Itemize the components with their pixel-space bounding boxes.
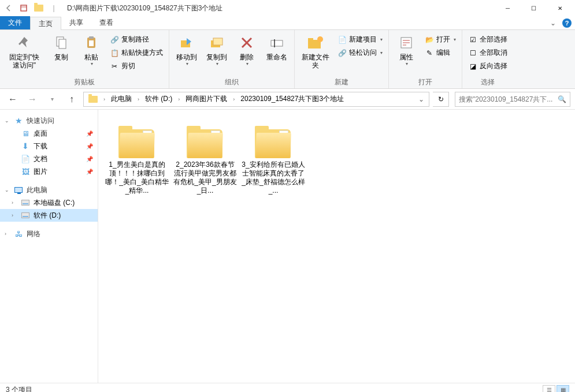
- nav-local-disk-c[interactable]: ›本地磁盘 (C:): [0, 196, 98, 209]
- close-button[interactable]: ✕: [547, 0, 573, 16]
- svg-rect-13: [308, 38, 313, 40]
- nav-pictures[interactable]: 🖼图片📌: [0, 165, 98, 178]
- move-to-button[interactable]: 移动到▾: [173, 31, 201, 69]
- select-all-button[interactable]: ☑全部选择: [466, 33, 510, 46]
- tab-view[interactable]: 查看: [91, 16, 121, 29]
- crumb-folder2[interactable]: 20230109_154827共下图3个地址: [237, 92, 347, 106]
- copy-icon: [52, 33, 71, 52]
- svg-point-14: [317, 36, 323, 42]
- search-icon: 🔍: [558, 95, 566, 103]
- chevron-down-icon: ▾: [186, 61, 188, 66]
- address-dropdown-button[interactable]: ⌄: [415, 95, 428, 103]
- nav-documents[interactable]: 📄文档📌: [0, 152, 98, 165]
- properties-button[interactable]: 属性▾: [392, 31, 420, 69]
- cut-button[interactable]: ✂剪切: [107, 60, 165, 72]
- folder-name: 1_男生美白是真的顶！！！抹哪白到哪！_美白_美白精华_精华...: [105, 160, 169, 195]
- edit-button[interactable]: ✎编辑: [422, 47, 458, 59]
- paste-button[interactable]: 粘贴 ▾: [77, 31, 105, 69]
- copy-button[interactable]: 复制: [47, 31, 75, 64]
- folder-icon: [253, 119, 294, 160]
- copy-to-icon: [207, 33, 226, 52]
- open-icon: 📂: [425, 35, 434, 44]
- maximize-button[interactable]: ☐: [521, 0, 547, 16]
- edit-icon: ✎: [425, 48, 434, 58]
- help-icon: ?: [562, 18, 572, 28]
- chevron-right-icon[interactable]: ›: [101, 96, 107, 102]
- chevron-down-icon: ▾: [380, 37, 383, 42]
- chevron-right-icon[interactable]: ›: [12, 200, 17, 206]
- tab-share[interactable]: 共享: [61, 16, 91, 29]
- crumb-folder1[interactable]: 网商图片下载: [182, 92, 231, 106]
- new-folder-icon: [306, 33, 325, 52]
- minimize-button[interactable]: ─: [495, 0, 521, 16]
- copy-path-button[interactable]: 🔗复制路径: [107, 33, 165, 46]
- paste-shortcut-button[interactable]: 📋粘贴快捷方式: [107, 47, 165, 59]
- nav-desktop[interactable]: 🖥桌面📌: [0, 127, 98, 140]
- nav-forward-button[interactable]: →: [24, 91, 40, 107]
- crumb-this-pc[interactable]: 此电脑: [107, 92, 135, 106]
- file-list[interactable]: 1_男生美白是真的顶！！！抹哪白到哪！_美白_美白精华_精华... 2_2023…: [98, 110, 575, 383]
- nav-this-pc[interactable]: ⌄此电脑: [0, 184, 98, 196]
- copy-to-button[interactable]: 复制到▾: [203, 31, 231, 69]
- folder-item[interactable]: 3_安利给所有已婚人士智能床真的太香了_床垫_舒福德怎么样_...: [242, 119, 305, 195]
- ribbon-expand-button[interactable]: ⌄: [547, 16, 559, 29]
- qat-back-icon[interactable]: [2, 2, 15, 14]
- icons-view-button[interactable]: ▦: [557, 385, 569, 393]
- select-none-button[interactable]: ☐全部取消: [466, 47, 510, 59]
- help-button[interactable]: ?: [559, 16, 575, 29]
- pin-icon: [15, 33, 34, 52]
- nav-up-button[interactable]: ↑: [64, 91, 80, 107]
- search-box[interactable]: 🔍: [455, 92, 570, 107]
- folder-item[interactable]: 1_男生美白是真的顶！！！抹哪白到哪！_美白_美白精华_精华...: [105, 119, 169, 195]
- chevron-right-icon[interactable]: ›: [5, 231, 10, 237]
- invert-selection-button[interactable]: ◪反向选择: [466, 60, 510, 72]
- new-folder-button[interactable]: 新建文件夹: [298, 31, 333, 72]
- chevron-down-icon: ▾: [406, 61, 408, 66]
- new-item-button[interactable]: 📄新建项目▾: [335, 33, 385, 46]
- copy-path-icon: 🔗: [110, 35, 119, 44]
- crumb-drive[interactable]: 软件 (D:): [142, 92, 176, 106]
- chevron-right-icon[interactable]: ›: [135, 96, 142, 102]
- download-icon: ⬇: [21, 141, 30, 151]
- chevron-right-icon[interactable]: ›: [176, 96, 182, 102]
- qat-properties-icon[interactable]: [17, 2, 30, 14]
- open-button[interactable]: 📂打开▾: [422, 33, 458, 46]
- document-icon: 📄: [21, 154, 30, 163]
- new-item-icon: 📄: [337, 35, 347, 44]
- breadcrumb-folder-icon[interactable]: [85, 92, 101, 106]
- chevron-down-icon[interactable]: ⌄: [5, 187, 10, 193]
- tab-home[interactable]: 主页: [30, 17, 61, 30]
- search-input[interactable]: [459, 95, 558, 103]
- folder-name: 3_安利给所有已婚人士智能床真的太香了_床垫_舒福德怎么样_...: [242, 160, 305, 195]
- chevron-down-icon: ▾: [216, 61, 218, 66]
- nav-quick-access[interactable]: ⌄★快速访问: [0, 114, 98, 127]
- title-bar: | D:\网商图片下载\20230109_154827共下图3个地址 ─ ☐ ✕: [0, 0, 575, 16]
- nav-back-button[interactable]: ←: [5, 91, 21, 107]
- navigation-pane[interactable]: ⌄★快速访问 🖥桌面📌 ⬇下载📌 📄文档📌 🖼图片📌 ⌄此电脑 ›本地磁盘 (C…: [0, 110, 98, 383]
- breadcrumb-box[interactable]: › 此电脑 › 软件 (D:) › 网商图片下载 › 20230109_1548…: [83, 92, 429, 107]
- chevron-right-icon[interactable]: ›: [12, 212, 17, 218]
- pin-icon: 📌: [86, 169, 93, 175]
- select-none-icon: ☐: [468, 48, 477, 58]
- folder-item[interactable]: 2_2023年36款春节流行美甲做完男友都有危机_美甲_男朋友_日...: [173, 119, 237, 195]
- nav-history-button[interactable]: ▾: [44, 91, 60, 107]
- easy-access-button[interactable]: 🔗轻松访问▾: [335, 47, 385, 59]
- status-bar: 3 个项目 ☰ ▦: [0, 383, 575, 392]
- qat-folder-icon[interactable]: [32, 2, 45, 14]
- refresh-button[interactable]: ↻: [433, 92, 449, 107]
- select-all-icon: ☑: [468, 35, 477, 44]
- chevron-down-icon: ▾: [246, 61, 248, 66]
- delete-button[interactable]: 删除▾: [233, 31, 261, 69]
- details-view-button[interactable]: ☰: [543, 385, 555, 393]
- nav-software-disk-d[interactable]: ›软件 (D:): [0, 209, 98, 222]
- pin-icon: 📌: [86, 156, 93, 162]
- paste-shortcut-icon: 📋: [110, 48, 119, 58]
- chevron-right-icon[interactable]: ›: [231, 96, 237, 102]
- rename-button[interactable]: 重命名: [263, 31, 291, 64]
- desktop-icon: 🖥: [21, 129, 30, 138]
- nav-network[interactable]: ›🖧网络: [0, 227, 98, 240]
- nav-downloads[interactable]: ⬇下载📌: [0, 140, 98, 152]
- chevron-down-icon[interactable]: ⌄: [5, 118, 10, 124]
- tab-file[interactable]: 文件: [0, 16, 30, 29]
- pin-to-quick-access-button[interactable]: 固定到"快速访问": [3, 31, 45, 72]
